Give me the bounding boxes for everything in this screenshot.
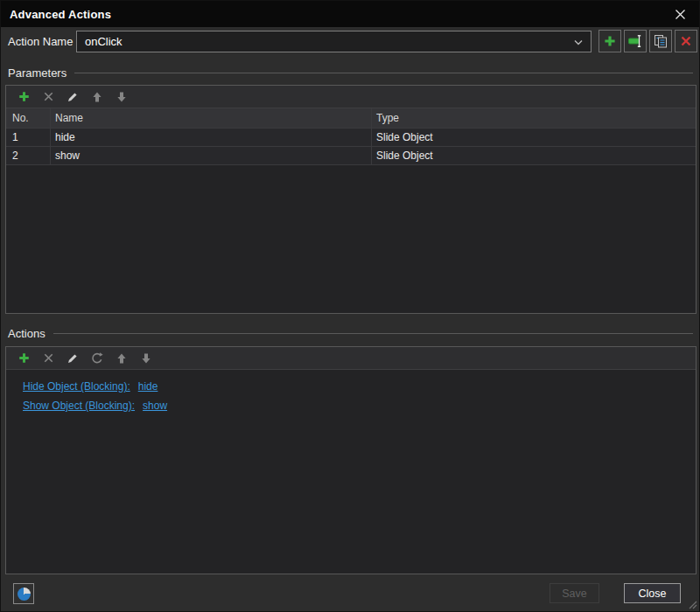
pencil-icon — [66, 90, 80, 104]
column-header-type[interactable]: Type — [372, 108, 696, 128]
parameters-toolbar — [6, 86, 696, 108]
usage-preview-button[interactable] — [13, 583, 34, 604]
x-icon — [42, 90, 55, 103]
action-name-label: Action Name — [8, 35, 73, 48]
close-button[interactable]: Close — [624, 583, 681, 603]
parameter-edit-button[interactable] — [66, 90, 80, 104]
titlebar: Advanced Actions — [1, 1, 699, 27]
close-icon — [675, 9, 686, 20]
plus-icon — [18, 90, 31, 103]
action-name-value: onClick — [85, 35, 122, 48]
plus-icon — [603, 34, 617, 48]
arrow-up-icon — [90, 90, 104, 104]
refresh-icon — [90, 351, 104, 365]
parameter-move-down-button[interactable] — [115, 90, 129, 104]
action-add-button[interactable] — [17, 351, 31, 365]
action-item: Show Object (Blocking): show — [23, 396, 696, 415]
arrow-up-icon — [115, 351, 129, 365]
section-divider — [74, 73, 693, 73]
action-target-link[interactable]: show — [143, 400, 167, 412]
resize-grip[interactable] — [687, 599, 697, 609]
action-name-dropdown[interactable]: onClick — [76, 31, 592, 52]
parameters-label: Parameters — [8, 66, 66, 80]
param-type: Slide Object — [372, 147, 696, 164]
parameter-row[interactable]: 1 hide Slide Object — [6, 129, 696, 147]
new-action-button[interactable] — [598, 30, 621, 52]
action-move-down-button[interactable] — [139, 351, 153, 365]
param-no: 1 — [6, 129, 51, 146]
actions-list: Hide Object (Blocking): hide Show Object… — [6, 370, 696, 415]
param-no: 2 — [6, 147, 51, 164]
action-edit-button[interactable] — [66, 351, 80, 365]
arrow-down-icon — [115, 90, 129, 104]
x-icon — [42, 351, 55, 365]
parameters-section-header: Parameters — [8, 66, 693, 80]
action-type-link[interactable]: Show Object (Blocking): — [23, 400, 135, 412]
advanced-actions-dialog: Advanced Actions Action Name onClick — [0, 0, 700, 612]
section-divider — [53, 333, 693, 334]
param-name: show — [51, 147, 372, 164]
action-type-link[interactable]: Hide Object (Blocking): — [23, 380, 130, 393]
parameter-add-button[interactable] — [17, 90, 31, 104]
duplicate-action-button[interactable] — [649, 30, 672, 52]
parameter-remove-button[interactable] — [41, 90, 55, 104]
column-header-no[interactable]: No. — [6, 108, 51, 128]
parameters-panel: No. Name Type 1 hide Slide Object 2 show… — [5, 85, 696, 314]
plus-icon — [18, 351, 31, 365]
save-button[interactable]: Save — [550, 583, 599, 603]
parameter-move-up-button[interactable] — [90, 90, 104, 104]
action-move-up-button[interactable] — [115, 351, 129, 365]
actions-panel: Hide Object (Blocking): hide Show Object… — [5, 346, 696, 574]
delete-action-button[interactable] — [675, 30, 697, 52]
action-target-link[interactable]: hide — [138, 380, 158, 393]
rename-icon — [627, 33, 643, 49]
chevron-down-icon — [574, 39, 583, 45]
actions-section-header: Actions — [8, 326, 693, 340]
parameter-row[interactable]: 2 show Slide Object — [6, 147, 696, 165]
parameters-table-header: No. Name Type — [6, 108, 696, 129]
pie-chart-icon — [18, 588, 31, 601]
duplicate-icon — [653, 33, 668, 49]
arrow-down-icon — [139, 351, 153, 365]
column-header-name[interactable]: Name — [51, 108, 372, 128]
actions-toolbar — [6, 347, 696, 370]
pencil-icon — [66, 351, 80, 365]
actions-label: Actions — [8, 327, 46, 340]
window-title: Advanced Actions — [10, 8, 111, 21]
action-remove-button[interactable] — [41, 351, 55, 365]
delete-x-icon — [679, 34, 693, 48]
param-name: hide — [51, 129, 372, 146]
rename-action-button[interactable] — [624, 30, 647, 52]
window-close-button[interactable] — [668, 3, 692, 25]
action-refresh-button[interactable] — [90, 351, 104, 365]
param-type: Slide Object — [372, 129, 696, 146]
action-item: Hide Object (Blocking): hide — [23, 377, 696, 396]
